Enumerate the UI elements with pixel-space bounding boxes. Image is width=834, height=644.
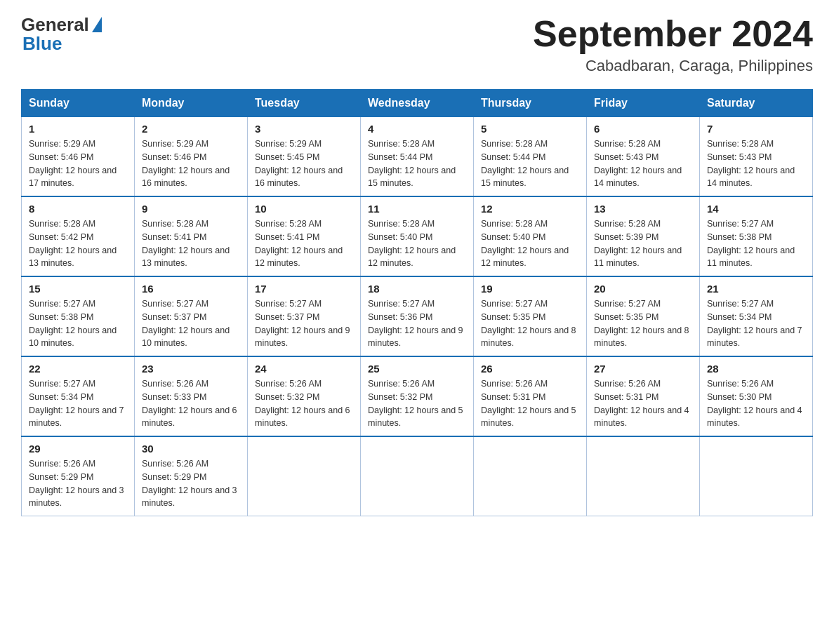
- day-number: 7: [707, 123, 805, 135]
- calendar-day-cell: 8Sunrise: 5:28 AMSunset: 5:42 PMDaylight…: [22, 196, 135, 276]
- day-number: 1: [29, 123, 127, 135]
- calendar-week-row: 1Sunrise: 5:29 AMSunset: 5:46 PMDaylight…: [22, 117, 813, 197]
- day-info: Sunrise: 5:26 AMSunset: 5:29 PMDaylight:…: [142, 457, 240, 510]
- calendar-day-cell: [361, 436, 474, 516]
- calendar-week-row: 15Sunrise: 5:27 AMSunset: 5:38 PMDayligh…: [22, 276, 813, 356]
- calendar-day-cell: 3Sunrise: 5:29 AMSunset: 5:45 PMDaylight…: [248, 117, 361, 197]
- day-number: 10: [255, 203, 353, 215]
- day-info: Sunrise: 5:26 AMSunset: 5:33 PMDaylight:…: [142, 377, 240, 430]
- day-info: Sunrise: 5:28 AMSunset: 5:40 PMDaylight:…: [481, 217, 579, 270]
- day-info: Sunrise: 5:27 AMSunset: 5:35 PMDaylight:…: [594, 297, 692, 350]
- day-number: 6: [594, 123, 692, 135]
- day-info: Sunrise: 5:28 AMSunset: 5:40 PMDaylight:…: [368, 217, 466, 270]
- calendar-day-cell: 12Sunrise: 5:28 AMSunset: 5:40 PMDayligh…: [474, 196, 587, 276]
- day-number: 2: [142, 123, 240, 135]
- day-info: Sunrise: 5:26 AMSunset: 5:31 PMDaylight:…: [594, 377, 692, 430]
- day-info: Sunrise: 5:27 AMSunset: 5:38 PMDaylight:…: [29, 297, 127, 350]
- day-number: 21: [707, 283, 805, 295]
- day-number: 30: [142, 443, 240, 455]
- day-info: Sunrise: 5:28 AMSunset: 5:39 PMDaylight:…: [594, 217, 692, 270]
- day-number: 17: [255, 283, 353, 295]
- day-info: Sunrise: 5:29 AMSunset: 5:45 PMDaylight:…: [255, 137, 353, 190]
- calendar-day-cell: 20Sunrise: 5:27 AMSunset: 5:35 PMDayligh…: [587, 276, 700, 356]
- day-info: Sunrise: 5:29 AMSunset: 5:46 PMDaylight:…: [29, 137, 127, 190]
- calendar-day-cell: 14Sunrise: 5:27 AMSunset: 5:38 PMDayligh…: [700, 196, 813, 276]
- day-number: 29: [29, 443, 127, 455]
- day-number: 23: [142, 363, 240, 375]
- day-info: Sunrise: 5:28 AMSunset: 5:42 PMDaylight:…: [29, 217, 127, 270]
- day-number: 22: [29, 363, 127, 375]
- day-info: Sunrise: 5:28 AMSunset: 5:43 PMDaylight:…: [594, 137, 692, 190]
- logo: General Blue: [21, 14, 102, 55]
- weekday-header-monday: Monday: [135, 90, 248, 117]
- day-info: Sunrise: 5:28 AMSunset: 5:44 PMDaylight:…: [481, 137, 579, 190]
- calendar-day-cell: 15Sunrise: 5:27 AMSunset: 5:38 PMDayligh…: [22, 276, 135, 356]
- location-title: Cabadbaran, Caraga, Philippines: [533, 57, 813, 75]
- day-number: 25: [368, 363, 466, 375]
- day-number: 13: [594, 203, 692, 215]
- day-number: 8: [29, 203, 127, 215]
- calendar-day-cell: 11Sunrise: 5:28 AMSunset: 5:40 PMDayligh…: [361, 196, 474, 276]
- calendar-day-cell: 5Sunrise: 5:28 AMSunset: 5:44 PMDaylight…: [474, 117, 587, 197]
- day-info: Sunrise: 5:27 AMSunset: 5:34 PMDaylight:…: [707, 297, 805, 350]
- day-number: 9: [142, 203, 240, 215]
- day-info: Sunrise: 5:26 AMSunset: 5:32 PMDaylight:…: [255, 377, 353, 430]
- calendar-day-cell: 9Sunrise: 5:28 AMSunset: 5:41 PMDaylight…: [135, 196, 248, 276]
- day-number: 18: [368, 283, 466, 295]
- calendar-day-cell: 7Sunrise: 5:28 AMSunset: 5:43 PMDaylight…: [700, 117, 813, 197]
- calendar-day-cell: 13Sunrise: 5:28 AMSunset: 5:39 PMDayligh…: [587, 196, 700, 276]
- calendar-day-cell: [700, 436, 813, 516]
- day-number: 14: [707, 203, 805, 215]
- weekday-header-wednesday: Wednesday: [361, 90, 474, 117]
- day-number: 3: [255, 123, 353, 135]
- day-info: Sunrise: 5:29 AMSunset: 5:46 PMDaylight:…: [142, 137, 240, 190]
- day-info: Sunrise: 5:26 AMSunset: 5:31 PMDaylight:…: [481, 377, 579, 430]
- day-number: 11: [368, 203, 466, 215]
- day-number: 15: [29, 283, 127, 295]
- calendar-day-cell: 4Sunrise: 5:28 AMSunset: 5:44 PMDaylight…: [361, 117, 474, 197]
- day-number: 24: [255, 363, 353, 375]
- calendar-day-cell: 25Sunrise: 5:26 AMSunset: 5:32 PMDayligh…: [361, 356, 474, 436]
- calendar-day-cell: 24Sunrise: 5:26 AMSunset: 5:32 PMDayligh…: [248, 356, 361, 436]
- calendar-day-cell: 21Sunrise: 5:27 AMSunset: 5:34 PMDayligh…: [700, 276, 813, 356]
- calendar-day-cell: 29Sunrise: 5:26 AMSunset: 5:29 PMDayligh…: [22, 436, 135, 516]
- day-number: 19: [481, 283, 579, 295]
- calendar-day-cell: 17Sunrise: 5:27 AMSunset: 5:37 PMDayligh…: [248, 276, 361, 356]
- calendar-day-cell: 1Sunrise: 5:29 AMSunset: 5:46 PMDaylight…: [22, 117, 135, 197]
- month-title: September 2024: [533, 14, 813, 54]
- weekday-header-thursday: Thursday: [474, 90, 587, 117]
- day-info: Sunrise: 5:27 AMSunset: 5:36 PMDaylight:…: [368, 297, 466, 350]
- calendar-day-cell: [248, 436, 361, 516]
- calendar-day-cell: 26Sunrise: 5:26 AMSunset: 5:31 PMDayligh…: [474, 356, 587, 436]
- calendar-day-cell: 2Sunrise: 5:29 AMSunset: 5:46 PMDaylight…: [135, 117, 248, 197]
- calendar-week-row: 29Sunrise: 5:26 AMSunset: 5:29 PMDayligh…: [22, 436, 813, 516]
- calendar-day-cell: [587, 436, 700, 516]
- day-number: 20: [594, 283, 692, 295]
- day-number: 12: [481, 203, 579, 215]
- title-block: September 2024 Cabadbaran, Caraga, Phili…: [533, 14, 813, 75]
- calendar-day-cell: 10Sunrise: 5:28 AMSunset: 5:41 PMDayligh…: [248, 196, 361, 276]
- calendar-day-cell: [474, 436, 587, 516]
- day-info: Sunrise: 5:27 AMSunset: 5:38 PMDaylight:…: [707, 217, 805, 270]
- page-header: General Blue September 2024 Cabadbaran, …: [21, 14, 813, 75]
- day-info: Sunrise: 5:27 AMSunset: 5:37 PMDaylight:…: [255, 297, 353, 350]
- calendar-day-cell: 16Sunrise: 5:27 AMSunset: 5:37 PMDayligh…: [135, 276, 248, 356]
- day-number: 26: [481, 363, 579, 375]
- day-number: 27: [594, 363, 692, 375]
- day-info: Sunrise: 5:26 AMSunset: 5:30 PMDaylight:…: [707, 377, 805, 430]
- calendar-day-cell: 30Sunrise: 5:26 AMSunset: 5:29 PMDayligh…: [135, 436, 248, 516]
- logo-blue-text: Blue: [21, 33, 62, 55]
- day-info: Sunrise: 5:27 AMSunset: 5:35 PMDaylight:…: [481, 297, 579, 350]
- day-info: Sunrise: 5:28 AMSunset: 5:43 PMDaylight:…: [707, 137, 805, 190]
- day-info: Sunrise: 5:28 AMSunset: 5:41 PMDaylight:…: [255, 217, 353, 270]
- day-info: Sunrise: 5:26 AMSunset: 5:29 PMDaylight:…: [29, 457, 127, 510]
- weekday-header-saturday: Saturday: [700, 90, 813, 117]
- weekday-header-sunday: Sunday: [22, 90, 135, 117]
- logo-triangle-icon: [92, 17, 102, 32]
- day-info: Sunrise: 5:28 AMSunset: 5:41 PMDaylight:…: [142, 217, 240, 270]
- calendar-header-row: SundayMondayTuesdayWednesdayThursdayFrid…: [22, 90, 813, 117]
- day-number: 28: [707, 363, 805, 375]
- day-info: Sunrise: 5:28 AMSunset: 5:44 PMDaylight:…: [368, 137, 466, 190]
- calendar-day-cell: 28Sunrise: 5:26 AMSunset: 5:30 PMDayligh…: [700, 356, 813, 436]
- calendar-day-cell: 6Sunrise: 5:28 AMSunset: 5:43 PMDaylight…: [587, 117, 700, 197]
